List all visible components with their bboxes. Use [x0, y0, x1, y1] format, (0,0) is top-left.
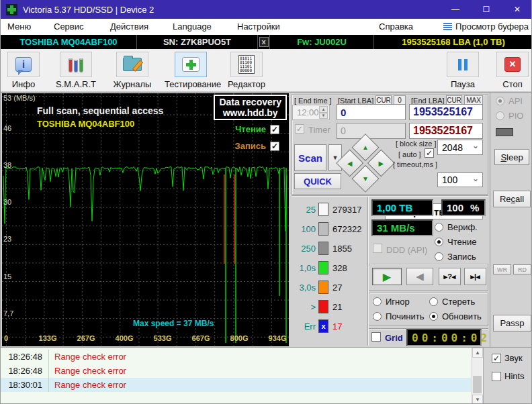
menu-language[interactable]: Language — [173, 21, 212, 32]
rd-button[interactable]: RD — [513, 264, 531, 274]
erase-radio-row[interactable]: Стереть — [429, 297, 475, 307]
menu-actions[interactable]: Действия — [110, 21, 148, 32]
scroll-down-icon[interactable]: ▼ — [472, 395, 483, 404]
editor-button[interactable]: 010110110011101000001 Редактор — [225, 52, 268, 89]
end-time-spinner[interactable]: 12:00 ▲▼ — [292, 105, 330, 120]
read-radio[interactable] — [435, 238, 443, 246]
device-serial: SN: Z7K8PUO5T — [137, 35, 258, 49]
auto-checkbox[interactable] — [425, 148, 434, 158]
minimize-button[interactable]: — — [440, 0, 471, 19]
ignore-radio-row[interactable]: Игнор — [373, 297, 410, 307]
api-radio[interactable] — [496, 97, 504, 105]
x-tick: 533G — [154, 334, 172, 342]
menu-help[interactable]: Справка — [379, 21, 413, 32]
refresh-radio[interactable] — [429, 312, 438, 321]
back-button[interactable]: ◀ — [406, 268, 433, 285]
legend-write: Запись — [235, 141, 279, 151]
scroll-thumb[interactable] — [473, 376, 482, 393]
read-radio-row[interactable]: Чтение — [435, 237, 476, 247]
pio-radio[interactable] — [496, 111, 504, 120]
start-lba-input[interactable]: 0 — [337, 104, 406, 120]
read-checkbox[interactable] — [270, 125, 279, 134]
sleep-button[interactable]: Sleep — [494, 149, 529, 165]
pause-button[interactable]: Пауза — [441, 52, 484, 89]
write-radio-row[interactable]: Запись — [435, 252, 476, 262]
scan-button[interactable]: Scan — [294, 144, 326, 171]
verify-radio-row[interactable]: Вериф. — [435, 222, 478, 232]
title-bar: Victoria 5.37 HDD/SSD | Device 2 — ☐ ✕ — [1, 0, 532, 19]
repair-radio[interactable] — [373, 312, 382, 321]
grid-checkbox[interactable] — [371, 332, 381, 342]
end-lba-input-2[interactable]: 1953525167 — [409, 123, 483, 139]
sound-checkbox[interactable] — [492, 354, 501, 363]
ignore-radio[interactable] — [373, 297, 382, 306]
sound-checkbox-row[interactable]: Звук — [492, 353, 523, 363]
end-lba-cur-button[interactable]: CUR — [446, 95, 462, 105]
menu-service[interactable]: Сервис — [54, 21, 84, 32]
refresh-radio-row[interactable]: Обновить — [429, 311, 482, 321]
wr-button[interactable]: WR — [493, 264, 511, 274]
stat-color-block — [318, 261, 328, 274]
pio-radio-row[interactable]: PIO — [496, 111, 523, 121]
graph-title: Full scan, sequential access — [37, 105, 163, 116]
log-entry[interactable]: 18:26:48 Range check error — [1, 350, 471, 364]
play-icon: ▶ — [383, 270, 391, 283]
buffer-view-button[interactable]: Просмотр буфера — [443, 21, 529, 32]
stop-x-icon: ✕ — [504, 57, 521, 72]
logs-button[interactable]: Журналы — [111, 52, 154, 89]
back-icon: ◀ — [416, 270, 424, 283]
write-radio[interactable] — [435, 252, 443, 261]
y-tick: 46 — [3, 124, 11, 132]
erase-radio[interactable] — [429, 297, 438, 306]
log-entry-selected[interactable]: 18:30:01 Range check error — [1, 378, 471, 392]
start-lba-zero-button[interactable]: 0 — [394, 95, 406, 105]
repair-radio-row[interactable]: Починить — [373, 311, 425, 321]
verify-radio[interactable] — [435, 223, 443, 232]
stat-color-block — [318, 222, 328, 236]
graph-subtitle: TOSHIBA MQ04ABF100 — [37, 119, 134, 129]
stop-button[interactable]: ✕ Стоп — [491, 52, 532, 89]
block-size-label: [ block size ] — [396, 140, 437, 148]
end-lba-input[interactable]: 1953525167 — [409, 104, 483, 120]
quick-button[interactable]: QUICK — [294, 173, 341, 189]
log-entry[interactable]: 18:26:48 Range check error — [1, 364, 471, 378]
timeout-select[interactable]: 100 — [437, 172, 483, 187]
info-button[interactable]: i Инфо — [2, 52, 45, 89]
end-lba-max-button[interactable]: MAX — [464, 95, 483, 105]
stat-color-block — [318, 300, 328, 313]
size-lcd: 1,00 TB — [371, 199, 433, 216]
hints-checkbox-row[interactable]: Hints — [492, 371, 525, 381]
passp-button[interactable]: Passp — [493, 315, 531, 332]
ddd-api-checkbox[interactable] — [373, 244, 382, 253]
speed-lcd: 31 MB/s — [371, 219, 433, 236]
play-button[interactable]: ▶ — [372, 268, 402, 285]
log-scrollbar[interactable]: ▲ ▼ — [472, 348, 482, 404]
skip-end-button[interactable]: ▸|◂ — [464, 268, 486, 285]
y-tick: 38 — [3, 161, 11, 169]
recall-button[interactable]: Recall — [493, 191, 531, 207]
block-size-select[interactable]: 2048 — [437, 140, 483, 155]
api-radio-row[interactable]: API — [496, 96, 523, 106]
scroll-up-icon[interactable]: ▲ — [472, 348, 483, 358]
menu-main[interactable]: Меню — [7, 21, 31, 32]
start-lba-cur-button[interactable]: CUR — [375, 95, 392, 105]
divider — [292, 195, 488, 197]
test-tubes-icon — [69, 56, 83, 72]
watermark: Data recovery www.hdd.by — [214, 95, 287, 120]
first-aid-kit-icon — [182, 57, 200, 72]
stat-color-block — [318, 203, 328, 216]
percent-lcd: 100% — [441, 199, 486, 216]
hints-checkbox[interactable] — [492, 372, 501, 381]
close-button[interactable]: ✕ — [502, 0, 532, 19]
menu-settings[interactable]: Настройки — [237, 21, 280, 32]
test-button[interactable]: Тестирование — [165, 52, 217, 89]
write-checkbox[interactable] — [270, 142, 279, 151]
smart-button[interactable]: S.M.A.R.T — [54, 52, 97, 89]
skip-question-button[interactable]: ▸?◂ — [439, 268, 461, 285]
spinner-arrows[interactable]: ▲▼ — [319, 106, 328, 119]
timer-input: 0 — [337, 123, 406, 139]
stat-row: 1,0s 328 — [292, 260, 367, 275]
maximize-button[interactable]: ☐ — [471, 0, 502, 19]
timer-checkbox[interactable] — [295, 124, 304, 134]
serial-close-button[interactable]: x — [259, 37, 269, 47]
